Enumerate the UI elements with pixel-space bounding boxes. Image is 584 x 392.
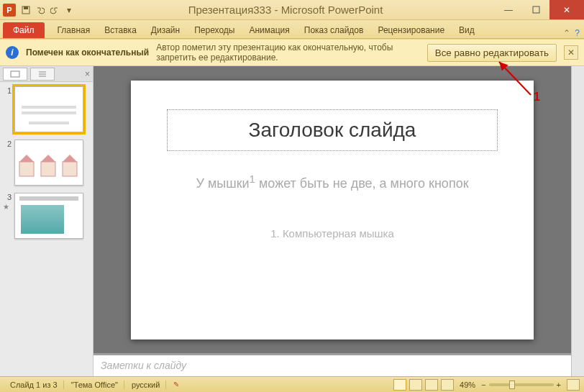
svg-rect-1 (24, 6, 28, 9)
svg-rect-11 (63, 162, 77, 176)
thumbnail-list: 1 2 (0, 82, 93, 376)
slides-tab[interactable] (3, 68, 27, 81)
info-icon: i (6, 46, 19, 59)
slide-canvas[interactable]: Заголовок слайда У мышки1 может быть не … (93, 66, 571, 353)
thumb-row[interactable]: 3 ★ (3, 193, 90, 239)
title-bar: P ▾ Презентация333 - Microsoft PowerPoin… (0, 0, 584, 20)
msgbar-close-icon[interactable]: ✕ (564, 45, 578, 60)
window-title: Презентация333 - Microsoft PowerPoint (76, 4, 495, 16)
status-language[interactable]: русский (126, 380, 166, 389)
svg-rect-2 (533, 6, 539, 13)
tab-view[interactable]: Вид (452, 22, 482, 38)
tab-transitions[interactable]: Переходы (187, 22, 242, 38)
ribbon-tabs: Файл Главная Вставка Дизайн Переходы Ани… (0, 20, 584, 39)
slide-thumbnail[interactable] (14, 193, 83, 239)
subtitle-placeholder[interactable]: У мышки1 может быть не две, а много кноп… (167, 173, 498, 191)
thumb-row[interactable]: 2 (3, 140, 90, 186)
svg-marker-8 (19, 155, 34, 162)
status-theme[interactable]: "Тема Office" (65, 380, 124, 389)
vertical-scrollbar[interactable] (571, 66, 584, 376)
slideshow-view-button[interactable] (441, 379, 454, 391)
thumb-content-icon (15, 140, 84, 186)
slide-thumbnail[interactable] (14, 140, 83, 186)
slide-thumbnail[interactable] (14, 86, 83, 132)
svg-text:✎: ✎ (173, 380, 179, 388)
qat-save-icon[interactable] (19, 4, 32, 17)
thumb-number: 1 (3, 86, 12, 95)
minimize-button[interactable]: — (495, 0, 522, 19)
reading-view-button[interactable] (425, 379, 438, 391)
thumb-number: 2 (3, 140, 12, 148)
status-spellcheck-icon[interactable]: ✎ (168, 380, 189, 390)
fit-window-button[interactable] (567, 379, 580, 391)
panel-tabs: × (0, 66, 93, 82)
svg-rect-7 (19, 162, 34, 176)
slide[interactable]: Заголовок слайда У мышки1 может быть не … (131, 81, 534, 339)
animation-star-icon: ★ (3, 203, 14, 211)
panel-close-icon[interactable]: × (85, 69, 90, 79)
qat-customize-icon[interactable]: ▾ (63, 4, 76, 17)
svg-marker-10 (41, 155, 55, 162)
svg-rect-3 (11, 71, 19, 77)
svg-marker-12 (63, 155, 77, 162)
maximize-button[interactable] (522, 0, 549, 19)
editor-area: Заголовок слайда У мышки1 может быть не … (93, 66, 571, 376)
marked-final-bar: i Помечен как окончательный Автор помети… (0, 39, 584, 66)
ribbon-minimize-icon[interactable]: ⌃ (563, 28, 570, 38)
app-icon[interactable]: P (3, 4, 16, 17)
qat-redo-icon[interactable] (48, 4, 61, 17)
tab-insert[interactable]: Вставка (97, 22, 144, 38)
svg-rect-9 (41, 162, 55, 176)
tab-design[interactable]: Дизайн (144, 22, 187, 38)
thumb-number: 3 (3, 193, 12, 201)
close-button[interactable]: ✕ (549, 0, 584, 19)
work-area: × 1 2 (0, 66, 584, 376)
zoom-in-button[interactable]: + (557, 380, 561, 389)
zoom-out-button[interactable]: − (481, 380, 485, 389)
msgbar-title: Помечен как окончательный (26, 47, 149, 58)
footnote-text[interactable]: 1. Компьютерная мышка (167, 227, 498, 240)
sorter-view-button[interactable] (409, 379, 422, 391)
slide-panel: × 1 2 (0, 66, 93, 376)
annotation-label: 1 (534, 91, 540, 104)
tab-home[interactable]: Главная (50, 22, 98, 38)
edit-anyway-button[interactable]: Все равно редактировать (427, 44, 557, 62)
tab-animation[interactable]: Анимация (242, 22, 296, 38)
zoom-slider[interactable] (489, 383, 554, 386)
notes-pane[interactable]: Заметки к слайду (93, 353, 571, 376)
file-tab[interactable]: Файл (3, 22, 45, 38)
outline-tab[interactable] (30, 68, 55, 81)
tab-review[interactable]: Рецензирование (370, 22, 452, 38)
normal-view-button[interactable] (393, 379, 406, 391)
title-placeholder[interactable]: Заголовок слайда (167, 109, 498, 151)
status-slide-count[interactable]: Слайд 1 из 3 (4, 380, 64, 389)
qat-undo-icon[interactable] (34, 4, 47, 17)
slide-title-text: Заголовок слайда (176, 119, 488, 142)
thumb-row[interactable]: 1 (3, 86, 90, 132)
zoom-percent[interactable]: 49% (460, 380, 475, 389)
help-icon[interactable]: ? (575, 28, 580, 38)
msgbar-text: Автор пометил эту презентацию как оконча… (156, 42, 420, 63)
status-bar: Слайд 1 из 3 "Тема Office" русский ✎ 49%… (0, 376, 584, 392)
tab-slideshow[interactable]: Показ слайдов (297, 22, 371, 38)
